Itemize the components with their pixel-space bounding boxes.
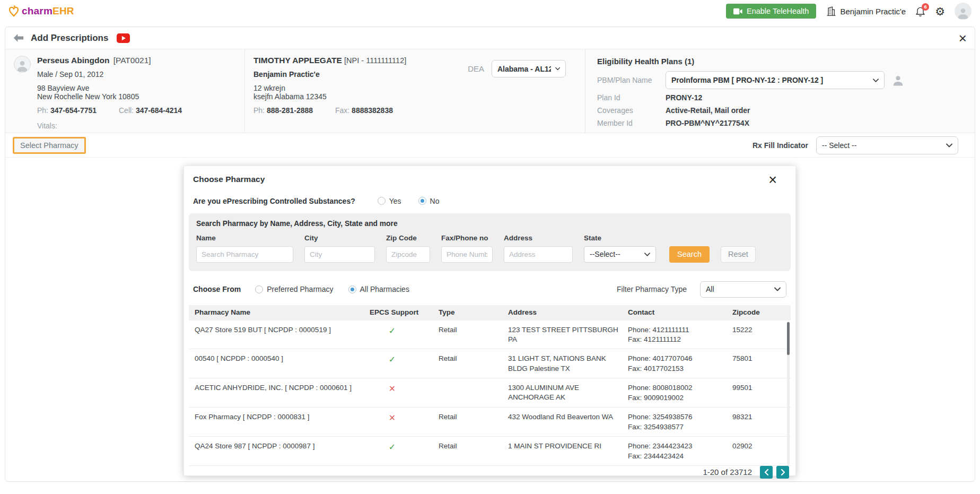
filter-pharmacy-type-select[interactable]: All (700, 281, 786, 298)
table-header: Pharmacy Name EPCS Support Type Address … (189, 305, 791, 320)
search-button[interactable]: Search (669, 246, 710, 263)
city-input[interactable] (304, 246, 375, 263)
pharmacy-contact: Phone: 8008018002 Fax: 9009019002 (628, 383, 732, 403)
telehealth-label: Enable TeleHealth (747, 7, 809, 15)
patient-name[interactable]: Perseus Abingdon (37, 56, 109, 65)
pharmacy-address: 1300 ALUMINUM AVE ANCHORAGE AK (508, 383, 628, 403)
search-panel-title: Search Pharmacy by Name, Address, City, … (196, 220, 783, 228)
panel-close-button[interactable]: × (959, 31, 967, 45)
enable-telehealth-button[interactable]: Enable TeleHealth (726, 4, 816, 19)
scrollbar-thumb[interactable] (787, 322, 790, 355)
table-row[interactable]: QA24 Store 987 [ NCPDP : 0000987 ] ✓ Ret… (189, 437, 791, 466)
state-select[interactable]: --Select-- (584, 246, 656, 263)
dea-label: DEA (468, 64, 484, 73)
col-pharmacy-name: Pharmacy Name (195, 308, 370, 317)
table-row[interactable]: ACETIC ANHYDRIDE, INC. [ NCPDP : 0000601… (189, 378, 791, 408)
epcs-support-icon: ✕ (370, 383, 439, 403)
insured-person-icon[interactable] (892, 74, 904, 86)
table-row[interactable]: Fox Pharmacy [ NCPDP : 0000831 ] ✕ Retai… (189, 408, 791, 437)
zipcode-input[interactable] (386, 246, 430, 263)
radio-all-pharmacies[interactable]: All Pharmacies (348, 285, 409, 293)
pharmacy-type: Retail (439, 441, 508, 462)
pharmacy-address: 1 MAIN ST PROVIDENCE RI (508, 441, 628, 462)
pharmacy-fax: Fax: 9009019002 (628, 393, 725, 403)
provider-phone: 888-281-2888 (267, 106, 313, 115)
pharmacy-zipcode: 99501 (732, 383, 792, 403)
choose-from-label: Choose From (193, 285, 241, 293)
phone-number-input[interactable] (441, 246, 493, 263)
video-camera-icon (733, 8, 742, 15)
pharmacy-name: 00540 [ NCPDP : 0000540 ] (195, 354, 370, 374)
table-scrollbar[interactable] (787, 322, 790, 465)
epcs-support-icon: ✓ (370, 354, 439, 374)
dea-selected-value: Alabama - AL1234 (497, 65, 551, 73)
address-field-label: Address (504, 234, 573, 242)
preferred-pharmacy-label: Preferred Pharmacy (267, 285, 333, 293)
all-pharmacies-label: All Pharmacies (360, 285, 409, 293)
person-icon (956, 6, 970, 20)
fax-label: Fax: (335, 106, 349, 115)
pbm-plan-label: PBM/Plan Name (597, 76, 663, 84)
eligibility-panel: Eligibility Health Plans (1) PBM/Plan Na… (585, 49, 975, 133)
app-logo[interactable]: charmEHR (8, 5, 74, 18)
user-avatar[interactable] (955, 3, 972, 20)
pagination-prev-button[interactable] (760, 466, 773, 479)
cell-label: Cell: (119, 106, 134, 115)
rx-fill-selected-value: -- Select -- (822, 141, 856, 150)
pharmacy-name: QA27 Store 519 BUT [ NCPDP : 0000519 ] (195, 325, 370, 345)
pharmacy-fax: Fax: 4017702153 (628, 364, 725, 374)
coverages-value: Active-Retail, Mail order (666, 106, 966, 115)
pharmacy-fax: Fax: 4121111112 (628, 335, 725, 345)
radio-circle-icon (255, 285, 263, 293)
practice-switcher[interactable]: Benjamin Practic'e (826, 6, 906, 17)
phone-label: Ph: (253, 106, 265, 115)
select-pharmacy-button[interactable]: Select Pharmacy (13, 137, 86, 154)
notifications-button[interactable]: 6 (915, 6, 925, 17)
radio-preferred-pharmacy[interactable]: Preferred Pharmacy (255, 285, 333, 293)
pharmacy-table: Pharmacy Name EPCS Support Type Address … (189, 305, 791, 466)
table-row[interactable]: 00540 [ NCPDP : 0000540 ] ✓ Retail 31 LI… (189, 349, 791, 378)
gear-icon: ⚙ (935, 5, 945, 18)
pharmacy-phone: Phone: 8008018002 (628, 383, 725, 393)
pharmacy-phone: Phone: 3254938576 (628, 412, 725, 422)
prescription-toolbar: Select Pharmacy Rx Fill Indicator -- Sel… (5, 133, 975, 158)
pagination: 1-20 of 23712 (189, 466, 791, 479)
reset-button[interactable]: Reset (721, 246, 756, 263)
pharmacy-fax: Fax: 3254938577 (628, 422, 725, 432)
provider-npi: [NPI - 1111111112] (344, 56, 406, 65)
radio-no[interactable]: No (418, 197, 440, 205)
pharmacy-zipcode: 02902 (732, 441, 792, 462)
col-epcs-support: EPCS Support (370, 308, 439, 317)
rx-fill-indicator-select[interactable]: -- Select -- (816, 136, 958, 154)
radio-yes[interactable]: Yes (378, 197, 401, 205)
pharmacy-phone: Phone: 2344423423 (628, 441, 725, 452)
chevron-down-icon (873, 79, 879, 82)
table-row[interactable]: QA27 Store 519 BUT [ NCPDP : 0000519 ] ✓… (189, 320, 791, 350)
pharmacy-address: 123 TEST STREET PITTSBURGH PA (508, 325, 628, 345)
pharmacy-name-input[interactable] (196, 246, 293, 263)
pagination-next-button[interactable] (776, 466, 789, 479)
modal-close-button[interactable]: × (768, 175, 777, 186)
rx-fill-indicator-label: Rx Fill Indicator (752, 141, 808, 150)
pharmacy-name: ACETIC ANHYDRIDE, INC. [ NCPDP : 0000601… (195, 383, 370, 403)
brand-charm: charm (22, 5, 52, 16)
pharmacy-address: 31 LIGHT ST, NATIONS BANK BLDG Palestine… (508, 354, 628, 374)
settings-button[interactable]: ⚙ (935, 6, 945, 17)
radio-circle-icon (348, 285, 356, 293)
pharmacy-search-panel: Search Pharmacy by Name, Address, City, … (189, 213, 791, 271)
back-button[interactable] (13, 33, 24, 42)
pbm-plan-select[interactable]: ProInforma PBM [ PRO-NY-12 : PRONY-12 ] (666, 71, 885, 89)
address-input[interactable] (504, 246, 573, 263)
provider-address-line2: ksejfn Alabama 12345 (253, 92, 468, 101)
dea-select[interactable]: Alabama - AL1234 (492, 60, 566, 77)
col-type: Type (439, 308, 508, 317)
controlled-substances-question: Are you ePrescribing Controlled Substanc… (193, 197, 355, 205)
practice-name: Benjamin Practic'e (840, 7, 906, 16)
fax-phone-field-label: Fax/Phone no (441, 234, 493, 242)
youtube-help-icon[interactable] (117, 33, 130, 43)
epcs-support-icon: ✕ (370, 412, 439, 432)
patient-phones: Ph: 347-654-7751 Cell: 347-684-4214 (37, 106, 182, 115)
add-prescriptions-panel: Add Prescriptions × Perseus Abingdon [PA… (5, 27, 975, 482)
state-selected-value: --Select-- (590, 250, 620, 258)
patient-demographics: Male / Sep 01, 2012 (37, 70, 182, 79)
